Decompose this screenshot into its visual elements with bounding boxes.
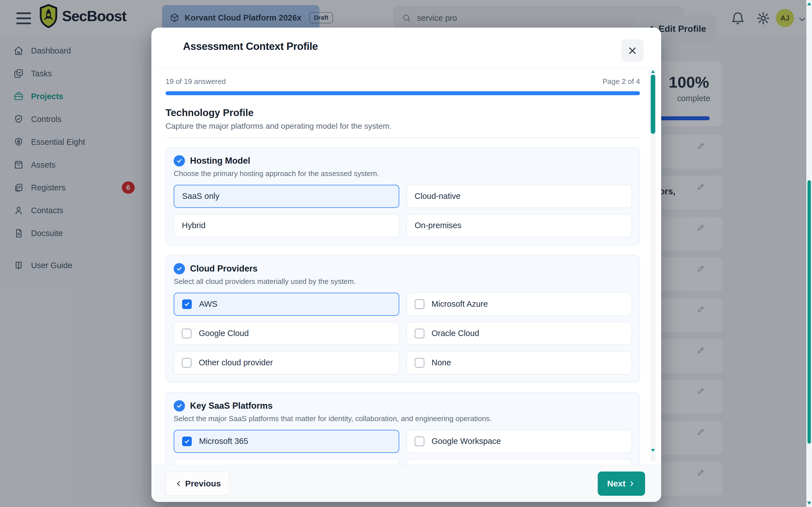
- checkbox-option-partial-3[interactable]: [407, 459, 632, 465]
- checkbox-unchecked-icon[interactable]: [415, 299, 424, 309]
- divider: [165, 137, 640, 138]
- option-label: Oracle Cloud: [432, 329, 479, 338]
- checkbox-option-google-cloud[interactable]: Google Cloud: [174, 322, 399, 345]
- option-label: Microsoft Azure: [432, 299, 488, 309]
- checkbox-option-google-workspace[interactable]: Google Workspace: [407, 430, 632, 453]
- previous-button[interactable]: Previous: [165, 471, 230, 496]
- scroll-down-arrow-icon[interactable]: [651, 449, 655, 452]
- section-title: Key SaaS Platforms: [190, 401, 273, 411]
- radio-option-hybrid[interactable]: Hybrid: [174, 214, 399, 237]
- chevron-left-icon: [174, 480, 183, 488]
- page-indicator: Page 2 of 4: [603, 77, 640, 86]
- radio-option-on-premises[interactable]: On-premises: [407, 214, 632, 237]
- checkbox-checked-icon[interactable]: [182, 437, 192, 446]
- checkbox-option-microsoft-365[interactable]: Microsoft 365: [174, 430, 399, 453]
- checkbox-option-none[interactable]: None: [407, 351, 632, 374]
- option-label: Google Cloud: [199, 329, 249, 338]
- modal-scrollbar-thumb[interactable]: [651, 75, 655, 134]
- section-title: Cloud Providers: [190, 264, 257, 274]
- radio-option-cloud-native[interactable]: Cloud-native: [407, 185, 632, 208]
- assessment-context-modal: Assessment Context Profile 19 of 19 answ…: [151, 27, 661, 502]
- section-description: Choose the primary hosting approach for …: [174, 169, 632, 178]
- section-title: Hosting Model: [190, 156, 250, 166]
- section-description: Select all cloud providers materially us…: [174, 277, 632, 286]
- section-complete-check-icon: [174, 155, 185, 166]
- checkbox-unchecked-icon[interactable]: [182, 329, 192, 338]
- option-label: None: [432, 358, 451, 367]
- checkbox-option-other-cloud-provider[interactable]: Other cloud provider: [174, 351, 399, 374]
- next-button[interactable]: Next: [598, 471, 645, 496]
- question-section-cloud-providers: Cloud ProvidersSelect all cloud provider…: [165, 255, 640, 383]
- scroll-up-arrow-icon[interactable]: [651, 70, 655, 73]
- chevron-right-icon: [628, 480, 636, 488]
- option-label: Other cloud provider: [199, 358, 273, 367]
- checkbox-unchecked-icon[interactable]: [415, 329, 424, 338]
- answered-count: 19 of 19 answered: [165, 77, 226, 86]
- checkbox-unchecked-icon[interactable]: [415, 358, 424, 368]
- modal-body: Technology Profile Capture the major pla…: [151, 99, 661, 465]
- modal-header: Assessment Context Profile: [151, 27, 661, 68]
- checkbox-unchecked-icon[interactable]: [182, 358, 192, 368]
- previous-label: Previous: [185, 479, 221, 489]
- question-section-hosting-model: Hosting ModelChoose the primary hosting …: [165, 147, 640, 245]
- option-label: Microsoft 365: [199, 437, 248, 446]
- section-complete-check-icon: [174, 263, 185, 274]
- page-scroll-up-arrow-icon[interactable]: [807, 2, 811, 5]
- checkbox-option-partial-2[interactable]: [174, 459, 399, 465]
- progress-bar-track: [165, 91, 640, 95]
- modal-footer: Previous Next: [151, 465, 661, 502]
- section-description: Select the major SaaS platforms that mat…: [174, 414, 632, 423]
- progress-bar-fill: [165, 91, 640, 95]
- option-label: On-premises: [415, 221, 462, 230]
- checkbox-option-aws[interactable]: AWS: [174, 293, 399, 316]
- app-root: SecBoost Korvant Cloud Platform 2026x Dr…: [0, 0, 812, 507]
- option-label: Cloud-native: [415, 191, 461, 201]
- page-scroll-down-arrow-icon[interactable]: [807, 502, 811, 505]
- page-scrollbar[interactable]: [806, 0, 812, 507]
- page-subheading: Capture the major platforms and operatin…: [165, 122, 640, 131]
- next-label: Next: [607, 479, 625, 489]
- option-label: AWS: [199, 299, 217, 309]
- option-label: Google Workspace: [432, 437, 501, 446]
- checkbox-option-microsoft-azure[interactable]: Microsoft Azure: [407, 293, 632, 316]
- section-complete-check-icon: [174, 400, 185, 411]
- modal-progress-section: 19 of 19 answered Page 2 of 4: [165, 68, 640, 99]
- page-scrollbar-thumb[interactable]: [808, 180, 811, 444]
- checkbox-unchecked-icon[interactable]: [415, 437, 424, 446]
- modal-title: Assessment Context Profile: [183, 41, 318, 52]
- checkbox-checked-icon[interactable]: [182, 299, 192, 309]
- page-heading: Technology Profile: [165, 107, 640, 118]
- option-label: Hybrid: [182, 221, 206, 230]
- radio-option-saas-only[interactable]: SaaS only: [174, 185, 399, 208]
- checkbox-option-oracle-cloud[interactable]: Oracle Cloud: [407, 322, 632, 345]
- close-icon: [627, 46, 637, 55]
- option-label: SaaS only: [182, 191, 219, 201]
- close-button[interactable]: [621, 40, 644, 62]
- modal-scrollbar[interactable]: [650, 69, 656, 462]
- question-section-key-saas-platforms: Key SaaS PlatformsSelect the major SaaS …: [165, 392, 640, 465]
